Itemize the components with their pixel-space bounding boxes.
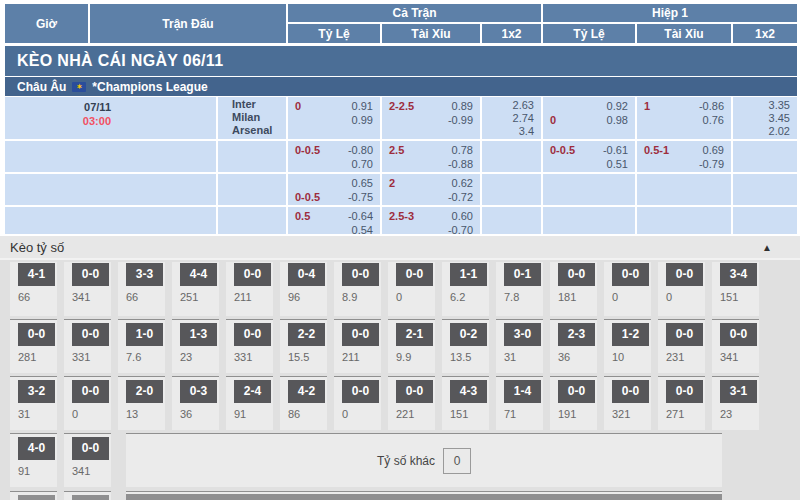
handicap-cell-ft[interactable]: 00.910.99 xyxy=(288,97,380,139)
odds-value: 0.54 xyxy=(352,223,373,234)
score-box[interactable]: 3-0 xyxy=(504,323,541,346)
1x2-cell-ft[interactable] xyxy=(482,141,541,172)
time-cell xyxy=(5,174,216,205)
score-box[interactable]: 0-0 xyxy=(720,323,757,346)
score-box[interactable]: 0-0 xyxy=(612,380,649,403)
score-odds: 211 xyxy=(234,291,273,303)
score-cell: 0-00 xyxy=(334,376,381,430)
1x2-cell-h1[interactable]: 3.353.452.02 xyxy=(733,97,797,139)
score-box[interactable]: 0-0 xyxy=(234,263,271,286)
odds-row: 0.5-0.640.542.5-30.60-0.70 xyxy=(5,207,797,234)
score-box[interactable]: 2-0 xyxy=(126,380,163,403)
score-box[interactable]: 0-0 xyxy=(342,323,379,346)
1x2-cell-h1[interactable] xyxy=(733,207,797,234)
score-box[interactable]: 0-0 xyxy=(18,323,55,346)
score-box[interactable]: 1-2 xyxy=(612,323,649,346)
odds-table-header: Giờ Trận Đấu Cả Trận Hiệp 1 Tỷ Lệ Tài Xỉ… xyxy=(5,4,797,43)
correct-score-title: Kèo tỷ số xyxy=(10,240,64,255)
score-box[interactable]: 4-2 xyxy=(288,380,325,403)
league-banner[interactable]: Châu Âu *Champions League xyxy=(5,77,797,96)
score-box[interactable]: 0-0 xyxy=(666,263,703,286)
score-cell: 1-471 xyxy=(496,376,543,430)
score-cell: 2-491 xyxy=(226,376,273,430)
overunder-cell-h1[interactable]: 1-0.860.76 xyxy=(637,97,731,139)
score-cell: 1-07.6 xyxy=(118,319,165,373)
score-box[interactable]: 0-0 xyxy=(72,323,109,346)
1x2-cell-ft[interactable] xyxy=(482,207,541,234)
score-box[interactable]: 4-0 xyxy=(18,437,55,460)
handicap-cell-ft[interactable]: 0.5-0.640.54 xyxy=(288,207,380,234)
odds-line: 0.92 xyxy=(543,99,635,113)
score-box[interactable]: 1-0 xyxy=(126,323,163,346)
score-box[interactable]: 0-0 xyxy=(396,380,433,403)
overunder-cell-ft[interactable]: 20.62-0.72 xyxy=(382,174,480,205)
score-box[interactable]: 2-4 xyxy=(234,380,271,403)
teams-cell[interactable]: Inter MilanArsenalHòa xyxy=(218,97,286,139)
odds-line: -0.79 xyxy=(637,157,731,171)
handicap-cell-h1[interactable]: 0-0.5-0.610.51 xyxy=(543,141,635,172)
score-box[interactable]: 0-0 xyxy=(558,380,595,403)
score-cell: 4-3151 xyxy=(442,376,489,430)
score-box[interactable]: 0-0 xyxy=(342,263,379,286)
handicap-cell-h1[interactable] xyxy=(543,207,635,234)
handicap-cell-h1[interactable] xyxy=(543,174,635,205)
score-box[interactable]: 0-3 xyxy=(180,380,217,403)
score-box[interactable]: 3-2 xyxy=(18,380,55,403)
other-score-input[interactable]: 0 xyxy=(443,448,471,474)
handicap-cell-h1[interactable]: 0.9200.98 xyxy=(543,97,635,139)
score-box[interactable]: 0-0 xyxy=(558,263,595,286)
score-box[interactable]: 2-2 xyxy=(288,323,325,346)
score-odds: 9.9 xyxy=(396,351,435,363)
1x2-cell-ft[interactable]: 2.632.743.4 xyxy=(482,97,541,139)
score-box[interactable]: 0-0 xyxy=(666,323,703,346)
overunder-cell-h1[interactable] xyxy=(637,174,731,205)
score-box[interactable]: 0-0 xyxy=(72,263,109,286)
score-box[interactable]: 0-0 xyxy=(342,380,379,403)
score-box[interactable]: 4-1 xyxy=(18,263,55,286)
league-label: *Champions League xyxy=(92,80,207,94)
1x2-cell-h1[interactable] xyxy=(733,174,797,205)
score-box[interactable]: 1-4 xyxy=(504,380,541,403)
overunder-cell-ft[interactable]: 2.5-30.60-0.70 xyxy=(382,207,480,234)
score-odds: 91 xyxy=(18,465,57,477)
score-box[interactable]: 2-3 xyxy=(558,323,595,346)
overunder-cell-ft[interactable]: 2-2.50.89-0.99 xyxy=(382,97,480,139)
score-odds: 151 xyxy=(450,408,489,420)
score-box[interactable]: 2-1 xyxy=(396,323,433,346)
handicap-label: 0.5 xyxy=(295,209,310,223)
odds-value: 0.60 xyxy=(452,209,473,223)
score-box[interactable]: 1-1 xyxy=(450,263,487,286)
score-box[interactable]: 0-0 xyxy=(396,263,433,286)
score-box[interactable]: 0-0 xyxy=(72,380,109,403)
score-cell: 0-00 xyxy=(388,262,435,316)
score-odds: 15.5 xyxy=(288,351,327,363)
score-box[interactable]: 4-3 xyxy=(450,380,487,403)
overunder-cell-h1[interactable]: 0.5-10.69-0.79 xyxy=(637,141,731,172)
score-box[interactable]: 0-0 xyxy=(612,263,649,286)
collapse-up-icon[interactable]: ▲ xyxy=(762,242,772,253)
handicap-cell-ft[interactable]: 0-0.5-0.800.70 xyxy=(288,141,380,172)
1x2-cell-ft[interactable] xyxy=(482,174,541,205)
odds-value: 0.92 xyxy=(607,99,628,113)
score-box[interactable]: 3-4 xyxy=(720,263,757,286)
odds-line: 0-0.5-0.75 xyxy=(288,190,380,204)
score-box[interactable]: 3-3 xyxy=(126,263,163,286)
1x2-cell-h1[interactable] xyxy=(733,141,797,172)
score-box[interactable]: 3-1 xyxy=(720,380,757,403)
score-box[interactable]: 0-0 xyxy=(72,437,109,460)
score-cell: 0-0331 xyxy=(64,319,111,373)
score-box[interactable]: 0-1 xyxy=(504,263,541,286)
team-name: Hòa xyxy=(232,137,286,139)
header-1x2-ft: 1x2 xyxy=(482,24,541,43)
score-cell: 0-0271 xyxy=(658,376,705,430)
score-odds: 7.6 xyxy=(126,351,165,363)
score-box[interactable]: 0-0 xyxy=(666,380,703,403)
overunder-cell-ft[interactable]: 2.50.78-0.88 xyxy=(382,141,480,172)
score-box[interactable]: 4-4 xyxy=(180,263,217,286)
score-box[interactable]: 1-3 xyxy=(180,323,217,346)
score-box[interactable]: 0-2 xyxy=(450,323,487,346)
handicap-cell-ft[interactable]: 0.650-0.5-0.75 xyxy=(288,174,380,205)
overunder-cell-h1[interactable] xyxy=(637,207,731,234)
score-box[interactable]: 0-0 xyxy=(234,323,271,346)
score-box[interactable]: 0-4 xyxy=(288,263,325,286)
